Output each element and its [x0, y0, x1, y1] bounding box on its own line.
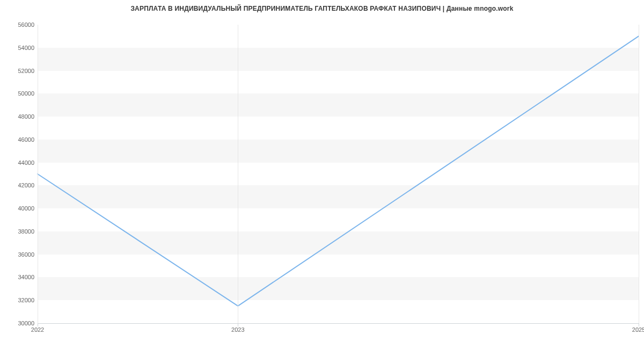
y-tick-label: 42000 — [2, 182, 34, 188]
y-tick-label: 34000 — [2, 274, 34, 280]
y-tick-label: 56000 — [2, 21, 34, 28]
y-tick-label: 36000 — [2, 251, 34, 258]
y-tick-label: 46000 — [2, 136, 34, 143]
chart-container: ЗАРПЛАТА В ИНДИВИДУАЛЬНЫЙ ПРЕДПРИНИМАТЕЛ… — [0, 0, 644, 349]
y-tick-label: 40000 — [2, 205, 34, 212]
chart-title: ЗАРПЛАТА В ИНДИВИДУАЛЬНЫЙ ПРЕДПРИНИМАТЕЛ… — [0, 5, 644, 12]
y-tick-label: 48000 — [2, 113, 34, 120]
y-tick-label: 54000 — [2, 45, 34, 51]
line-layer — [38, 25, 639, 323]
y-tick-label: 30000 — [2, 320, 34, 326]
x-tick-label: 2022 — [31, 326, 44, 333]
y-tick-label: 50000 — [2, 90, 34, 97]
y-tick-label: 52000 — [2, 68, 34, 74]
x-gridline — [238, 25, 238, 323]
series-line — [38, 36, 639, 306]
x-gridline — [639, 25, 639, 323]
y-tick-label: 44000 — [2, 159, 34, 166]
x-gridline — [38, 25, 38, 323]
y-tick-label: 38000 — [2, 228, 34, 235]
y-tick-label: 32000 — [2, 297, 34, 303]
x-tick-label: 2025 — [632, 326, 644, 333]
x-tick-label: 2023 — [231, 326, 244, 333]
